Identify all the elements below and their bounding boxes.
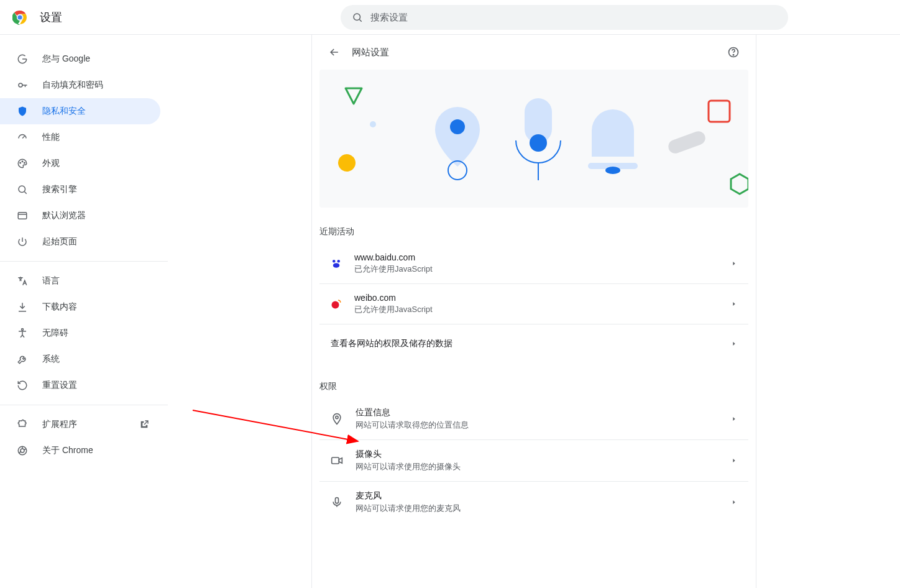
search-input[interactable] bbox=[370, 12, 777, 22]
permission-subtitle: 网站可以请求使用您的摄像头 bbox=[356, 461, 731, 472]
sidebar-item-about[interactable]: 关于 Chrome bbox=[0, 438, 160, 464]
sidebar-item-system[interactable]: 系统 bbox=[0, 346, 160, 372]
recent-activity-card: www.baidu.com 已允许使用JavaScript weibo.com … bbox=[319, 244, 748, 362]
sidebar-item-appearance[interactable]: 外观 bbox=[0, 150, 160, 177]
recent-row-weibo[interactable]: weibo.com 已允许使用JavaScript bbox=[319, 283, 748, 324]
permission-row-location[interactable]: 位置信息 网站可以请求取得您的位置信息 bbox=[319, 398, 748, 439]
settings-title: 设置 bbox=[40, 10, 62, 25]
sidebar-item-performance[interactable]: 性能 bbox=[0, 124, 160, 150]
settings-panel: 网站设置 bbox=[311, 35, 756, 588]
wrench-icon bbox=[16, 353, 29, 365]
camera-icon bbox=[331, 454, 343, 467]
accessibility-icon bbox=[16, 327, 29, 339]
recent-site: weibo.com bbox=[354, 293, 731, 303]
sidebar-item-label: 无障碍 bbox=[42, 328, 68, 339]
sidebar-item-label: 下载内容 bbox=[42, 301, 77, 313]
permission-row-microphone[interactable]: 麦克风 网站可以请求使用您的麦克风 bbox=[319, 481, 748, 523]
svg-point-18 bbox=[370, 121, 376, 127]
hero-illustration bbox=[319, 70, 748, 208]
permissions-card: 位置信息 网站可以请求取得您的位置信息 摄像头 网站 bbox=[319, 398, 748, 523]
location-icon bbox=[331, 413, 343, 425]
svg-point-15 bbox=[21, 449, 24, 452]
chevron-right-icon bbox=[731, 260, 737, 267]
svg-point-17 bbox=[733, 55, 733, 55]
svg-point-31 bbox=[333, 263, 340, 268]
key-icon bbox=[16, 79, 29, 91]
permission-title: 麦克风 bbox=[356, 490, 731, 502]
main: 网站设置 bbox=[168, 35, 900, 588]
sidebar-item-extensions[interactable]: 扩展程序 bbox=[0, 411, 160, 438]
chevron-right-icon bbox=[731, 341, 737, 347]
permission-subtitle: 网站可以请求取得您的位置信息 bbox=[356, 420, 731, 431]
svg-point-29 bbox=[333, 260, 336, 263]
sidebar-item-reset[interactable]: 重置设置 bbox=[0, 372, 160, 398]
svg-point-3 bbox=[354, 14, 360, 21]
sidebar-item-startup[interactable]: 起始页面 bbox=[0, 229, 160, 255]
sidebar-item-label: 语言 bbox=[42, 275, 60, 287]
browser-icon bbox=[16, 209, 29, 222]
svg-point-19 bbox=[450, 119, 465, 134]
svg-point-2 bbox=[17, 14, 23, 20]
sidebar-item-label: 外观 bbox=[42, 158, 60, 169]
power-icon bbox=[16, 236, 29, 248]
svg-point-8 bbox=[24, 162, 25, 163]
svg-point-22 bbox=[530, 134, 547, 152]
speedometer-icon bbox=[16, 131, 29, 144]
extension-icon bbox=[16, 418, 29, 431]
permission-subtitle: 网站可以请求使用您的麦克风 bbox=[356, 503, 731, 514]
chevron-right-icon bbox=[731, 301, 737, 307]
shield-icon bbox=[16, 105, 29, 117]
reset-icon bbox=[16, 379, 29, 392]
permission-row-camera[interactable]: 摄像头 网站可以请求使用您的摄像头 bbox=[319, 439, 748, 481]
sidebar-item-label: 系统 bbox=[42, 354, 60, 365]
baidu-favicon-icon bbox=[331, 258, 342, 269]
permissions-section-label: 权限 bbox=[312, 362, 756, 398]
external-link-icon bbox=[139, 420, 149, 430]
chevron-right-icon bbox=[731, 457, 737, 464]
body: 您与 Google 自动填充和密码 隐私和安全 bbox=[0, 35, 900, 588]
recent-section-label: 近期活动 bbox=[312, 208, 756, 244]
search-icon bbox=[16, 183, 29, 196]
chevron-right-icon bbox=[731, 499, 737, 505]
sidebar-divider bbox=[0, 261, 168, 262]
sidebar-item-you-and-google[interactable]: 您与 Google bbox=[0, 46, 160, 72]
sidebar-item-languages[interactable]: 语言 bbox=[0, 268, 160, 294]
svg-point-25 bbox=[605, 167, 620, 174]
search-icon bbox=[352, 12, 363, 23]
sidebar-divider bbox=[0, 405, 168, 405]
sidebar-item-downloads[interactable]: 下载内容 bbox=[0, 294, 160, 320]
sidebar-item-label: 关于 Chrome bbox=[42, 445, 93, 456]
svg-line-4 bbox=[359, 19, 361, 21]
help-button[interactable] bbox=[722, 41, 745, 63]
back-button[interactable] bbox=[323, 41, 346, 63]
svg-point-30 bbox=[338, 260, 341, 263]
panel-header: 网站设置 bbox=[312, 35, 756, 70]
svg-point-33 bbox=[336, 416, 338, 418]
svg-rect-27 bbox=[709, 101, 730, 122]
sidebar-item-label: 重置设置 bbox=[42, 380, 77, 391]
sidebar-item-privacy[interactable]: 隐私和安全 bbox=[0, 98, 160, 124]
svg-point-7 bbox=[22, 161, 23, 162]
sidebar-item-label: 自动填充和密码 bbox=[42, 80, 103, 91]
sidebar-item-search-engine[interactable]: 搜索引擎 bbox=[0, 177, 160, 203]
sidebar-item-default-browser[interactable]: 默认浏览器 bbox=[0, 203, 160, 229]
sidebar-item-accessibility[interactable]: 无障碍 bbox=[0, 320, 160, 346]
svg-point-9 bbox=[19, 186, 25, 193]
svg-point-32 bbox=[332, 301, 339, 309]
chrome-logo-icon bbox=[12, 10, 27, 25]
permission-title: 摄像头 bbox=[356, 449, 731, 460]
recent-detail: 已允许使用JavaScript bbox=[354, 304, 731, 315]
sidebar-item-label: 默认浏览器 bbox=[42, 210, 86, 221]
recent-row-baidu[interactable]: www.baidu.com 已允许使用JavaScript bbox=[319, 244, 748, 283]
sidebar-item-autofill[interactable]: 自动填充和密码 bbox=[0, 72, 160, 98]
weibo-favicon-icon bbox=[331, 298, 342, 310]
sidebar-item-label: 扩展程序 bbox=[42, 419, 77, 430]
sidebar: 您与 Google 自动填充和密码 隐私和安全 bbox=[0, 35, 168, 588]
search-settings-field[interactable] bbox=[341, 5, 788, 30]
topbar: 设置 bbox=[0, 0, 900, 35]
view-all-permissions-row[interactable]: 查看各网站的权限及储存的数据 bbox=[319, 324, 748, 362]
chrome-outline-icon bbox=[16, 444, 29, 457]
sidebar-item-label: 您与 Google bbox=[42, 53, 90, 65]
panel-title: 网站设置 bbox=[352, 47, 389, 58]
recent-detail: 已允许使用JavaScript bbox=[354, 264, 731, 275]
